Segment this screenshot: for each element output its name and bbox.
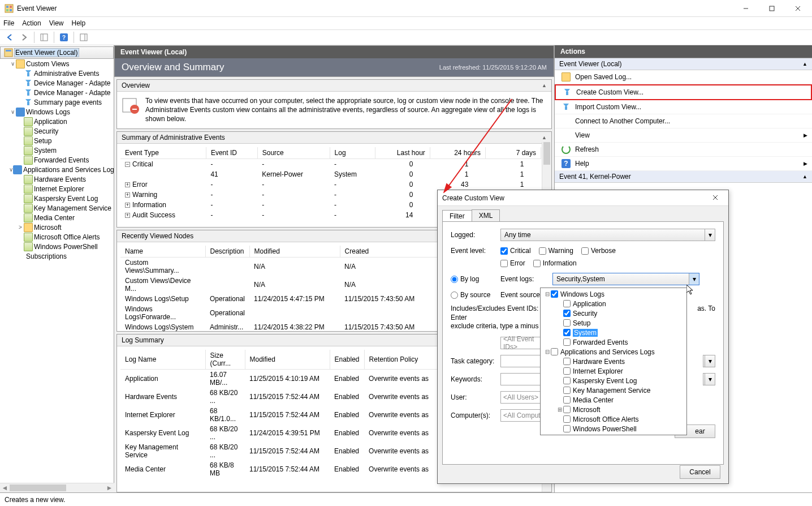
- panes-button[interactable]: [77, 31, 90, 44]
- eventlogs-dropdown[interactable]: ⊟Windows Logs ApplicationSecuritySetupSy…: [540, 288, 687, 435]
- logged-label: Logged:: [451, 231, 500, 239]
- action-item[interactable]: Connect to Another Computer...: [555, 114, 812, 128]
- dd-item[interactable]: Kaspersky Event Log: [541, 376, 686, 385]
- collapse-icon[interactable]: ▲: [542, 135, 547, 140]
- tree-h-scrollbar[interactable]: ◄►: [0, 483, 114, 492]
- tree-item[interactable]: Internet Explorer: [0, 184, 114, 194]
- action-item[interactable]: Create Custom View...: [555, 84, 812, 100]
- dd-item[interactable]: Windows PowerShell: [541, 424, 686, 434]
- tab-xml[interactable]: XML: [472, 209, 500, 221]
- table-row[interactable]: 41Kernel-PowerSystem011: [120, 169, 541, 179]
- tree-item[interactable]: Windows PowerShell: [0, 242, 114, 251]
- tree-item[interactable]: Application: [0, 117, 114, 126]
- information-checkbox[interactable]: Information: [533, 259, 577, 267]
- action-item[interactable]: View▶: [555, 128, 812, 143]
- dialog-close-button[interactable]: [707, 194, 724, 202]
- keywords-dd[interactable]: ▾: [703, 373, 715, 385]
- tree-item[interactable]: Device Manager - Adapte: [0, 78, 114, 88]
- menu-file[interactable]: File: [3, 19, 14, 27]
- action-item[interactable]: Open Saved Log...: [555, 70, 812, 84]
- collapse-icon[interactable]: ▲: [802, 61, 807, 67]
- forward-button[interactable]: [18, 31, 31, 44]
- minimize-button[interactable]: [733, 0, 759, 17]
- tree-item[interactable]: Setup: [0, 136, 114, 145]
- dd-item[interactable]: Microsoft Office Alerts: [541, 414, 686, 424]
- table-row[interactable]: +Error---0431: [120, 179, 541, 190]
- bylog-radio[interactable]: By log: [451, 275, 500, 283]
- dd-item[interactable]: Application: [541, 299, 686, 308]
- close-button[interactable]: [785, 0, 811, 17]
- tree-item[interactable]: >Microsoft: [0, 222, 114, 232]
- center-header: Event Viewer (Local): [114, 45, 554, 58]
- filter-icon: [24, 79, 33, 88]
- critical-checkbox[interactable]: Critical: [500, 247, 531, 255]
- logged-select[interactable]: Any time▾: [500, 229, 715, 241]
- error-checkbox[interactable]: Error: [500, 259, 525, 267]
- show-tree-button[interactable]: [38, 31, 50, 44]
- tree-root[interactable]: Event Viewer (Local): [0, 46, 114, 59]
- tree-item[interactable]: Key Management Service: [0, 203, 114, 213]
- svg-rect-4: [10, 9, 12, 11]
- includes-note: Includes/Excludes Event IDs: Enter: [451, 305, 541, 322]
- overview-header[interactable]: Overview ▲: [117, 80, 551, 92]
- task-dd[interactable]: ▾: [703, 355, 715, 367]
- action-item[interactable]: ?Help▶: [555, 157, 812, 171]
- maximize-button[interactable]: [759, 0, 785, 17]
- tree-item[interactable]: Security: [0, 126, 114, 136]
- folder-icon: [562, 72, 571, 82]
- dd-item[interactable]: Media Center: [541, 395, 686, 405]
- dd-windows-logs[interactable]: ⊟Windows Logs: [541, 289, 686, 299]
- filter-icon: [562, 102, 571, 112]
- tree-item[interactable]: Forwarded Events: [0, 155, 114, 165]
- dialog-tabs: Filter XML: [438, 206, 728, 221]
- collapse-icon[interactable]: ▲: [542, 83, 547, 88]
- help-toolbar-button[interactable]: ?: [58, 31, 70, 44]
- tree-item[interactable]: Hardware Events: [0, 174, 114, 184]
- tree-item[interactable]: Media Center: [0, 213, 114, 222]
- cancel-button[interactable]: Cancel: [680, 465, 720, 479]
- tab-filter[interactable]: Filter: [442, 210, 472, 222]
- menu-action[interactable]: Action: [22, 19, 41, 27]
- dd-item[interactable]: Setup: [541, 318, 686, 328]
- divider: [74, 32, 74, 43]
- tree-item[interactable]: Subscriptions: [0, 251, 114, 261]
- tree-item[interactable]: Kaspersky Event Log: [0, 194, 114, 203]
- tree-item[interactable]: ∨Custom Views: [0, 59, 114, 68]
- menu-view[interactable]: View: [49, 19, 64, 27]
- dd-item[interactable]: Hardware Events: [541, 357, 686, 366]
- tree-item[interactable]: ∨Windows Logs: [0, 107, 114, 117]
- tree-item[interactable]: Microsoft Office Alerts: [0, 232, 114, 242]
- dd-item[interactable]: Internet Explorer: [541, 366, 686, 376]
- info-icon: [122, 96, 140, 114]
- action-item[interactable]: Import Custom View...: [555, 100, 812, 114]
- action-item[interactable]: Refresh: [555, 143, 812, 157]
- refresh-icon: [562, 145, 571, 154]
- user-input[interactable]: <All Users>: [500, 391, 543, 404]
- dd-item[interactable]: Security: [541, 308, 686, 318]
- back-button[interactable]: [3, 31, 16, 44]
- summary-header[interactable]: Summary of Administrative Events ▲: [117, 132, 551, 144]
- bysource-radio[interactable]: By source: [451, 291, 500, 299]
- dd-item[interactable]: System: [541, 328, 686, 337]
- collapse-icon[interactable]: ▲: [802, 174, 807, 179]
- tree-item[interactable]: ∨Applications and Services Log: [0, 165, 114, 174]
- chevron-down-icon: ▾: [689, 273, 699, 285]
- log-icon: [24, 242, 33, 251]
- table-row[interactable]: −Critical---011: [120, 158, 541, 169]
- dd-item[interactable]: Forwarded Events: [541, 337, 686, 347]
- warning-checkbox[interactable]: Warning: [539, 247, 573, 255]
- menu-help[interactable]: Help: [72, 19, 86, 27]
- tree-item[interactable]: Summary page events: [0, 97, 114, 107]
- log-icon: [24, 204, 33, 213]
- log-icon: [24, 156, 33, 165]
- dd-item[interactable]: Key Management Service: [541, 385, 686, 395]
- navigation-tree[interactable]: Event Viewer (Local) ∨Custom ViewsAdmini…: [0, 45, 114, 492]
- eventlogs-select[interactable]: Security,System▾: [552, 273, 699, 285]
- tree-item[interactable]: Administrative Events: [0, 68, 114, 78]
- verbose-checkbox[interactable]: Verbose: [581, 247, 616, 255]
- actions-group-local: Event Viewer (Local) ▲: [555, 58, 812, 70]
- tree-item[interactable]: System: [0, 145, 114, 155]
- dd-item[interactable]: ⊞Microsoft: [541, 405, 686, 414]
- tree-item[interactable]: Device Manager - Adapte: [0, 88, 114, 97]
- dd-app-services[interactable]: ⊟Applications and Services Logs: [541, 347, 686, 357]
